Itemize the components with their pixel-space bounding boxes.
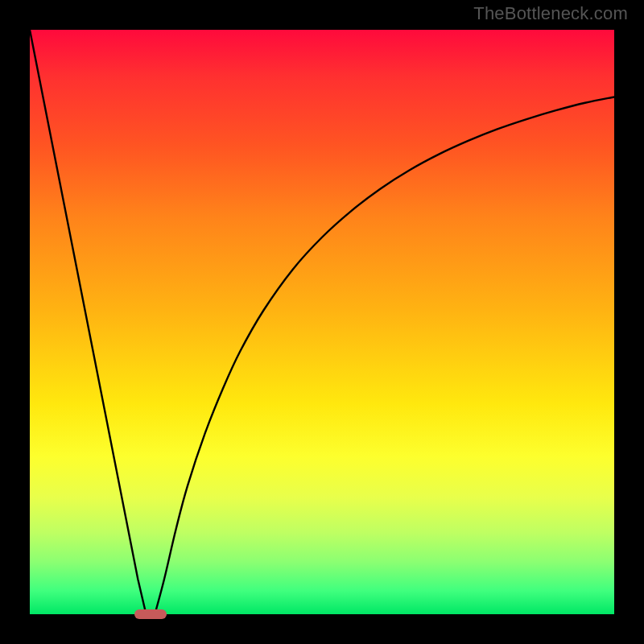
curve-svg xyxy=(30,30,614,614)
curve-right-segment xyxy=(155,97,614,614)
min-marker xyxy=(134,609,167,619)
watermark-text: TheBottleneck.com xyxy=(473,3,628,24)
curve-left-segment xyxy=(30,30,155,614)
chart-frame: TheBottleneck.com xyxy=(0,0,644,644)
plot-area xyxy=(30,30,614,614)
